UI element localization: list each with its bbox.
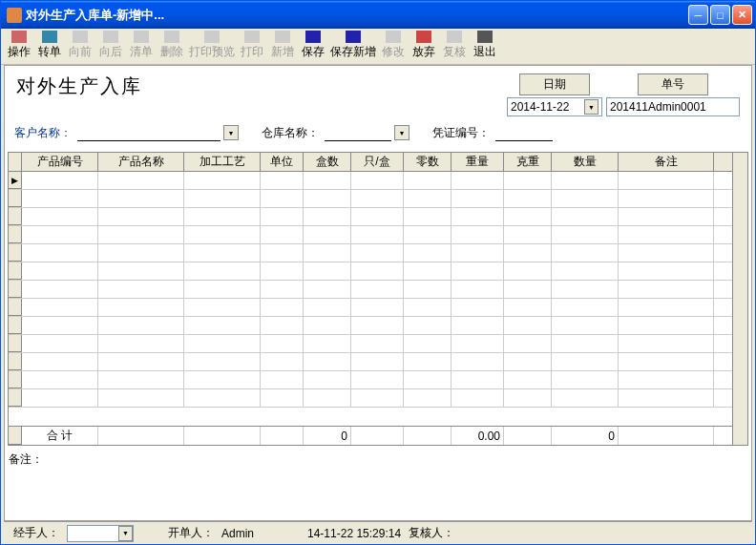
cell[interactable]: [351, 371, 404, 388]
cell[interactable]: [504, 190, 552, 207]
cell[interactable]: [504, 335, 552, 352]
cell[interactable]: [619, 335, 714, 352]
cell[interactable]: [619, 172, 714, 189]
cell[interactable]: [304, 389, 351, 407]
cell[interactable]: [452, 389, 504, 407]
cell[interactable]: [404, 299, 452, 316]
cell[interactable]: [184, 226, 261, 243]
cell[interactable]: [98, 172, 184, 189]
cell[interactable]: [504, 353, 552, 370]
cell[interactable]: [184, 389, 261, 407]
close-button[interactable]: ✕: [732, 5, 752, 25]
cell[interactable]: [404, 226, 452, 243]
column-header[interactable]: 克重: [504, 153, 552, 171]
cell[interactable]: [619, 208, 714, 225]
cell[interactable]: [22, 317, 98, 334]
cell[interactable]: [504, 299, 552, 316]
cell[interactable]: [184, 371, 261, 388]
cell[interactable]: [504, 244, 552, 262]
cell[interactable]: [404, 281, 452, 298]
cell[interactable]: [504, 389, 552, 407]
cell[interactable]: [98, 335, 184, 352]
table-row[interactable]: [9, 190, 732, 208]
cell[interactable]: [552, 244, 619, 262]
cell[interactable]: [619, 244, 714, 262]
cell[interactable]: [184, 281, 261, 298]
cell[interactable]: [304, 353, 351, 370]
cell[interactable]: [351, 299, 404, 316]
cell[interactable]: [261, 262, 304, 280]
cell[interactable]: [504, 281, 552, 298]
cell[interactable]: [452, 226, 504, 243]
cell[interactable]: [504, 226, 552, 243]
cell[interactable]: [304, 317, 351, 334]
table-row[interactable]: [9, 226, 732, 244]
cell[interactable]: [98, 244, 184, 262]
cell[interactable]: [452, 190, 504, 207]
cell[interactable]: [98, 226, 184, 243]
cell[interactable]: [552, 208, 619, 225]
cell[interactable]: [22, 190, 98, 207]
customer-input[interactable]: [77, 124, 220, 141]
cell[interactable]: [552, 353, 619, 370]
cell[interactable]: [351, 353, 404, 370]
cell[interactable]: [98, 353, 184, 370]
cell[interactable]: [504, 208, 552, 225]
maximize-button[interactable]: □: [710, 5, 730, 25]
cell[interactable]: [404, 190, 452, 207]
cell[interactable]: [619, 353, 714, 370]
vertical-scrollbar[interactable]: [732, 153, 747, 445]
toolbar-operate-button[interactable]: 操作: [5, 31, 33, 62]
cell[interactable]: [22, 244, 98, 262]
table-row[interactable]: [9, 281, 732, 299]
column-header[interactable]: 加工工艺: [184, 153, 261, 171]
cell[interactable]: [351, 335, 404, 352]
cell[interactable]: [261, 389, 304, 407]
cell[interactable]: [404, 335, 452, 352]
cell[interactable]: [351, 208, 404, 225]
cell[interactable]: [22, 262, 98, 280]
cell[interactable]: [351, 172, 404, 189]
column-header[interactable]: 单位: [261, 153, 304, 171]
table-row[interactable]: [9, 244, 732, 262]
cell[interactable]: [619, 371, 714, 388]
cell[interactable]: [504, 371, 552, 388]
cell[interactable]: [98, 299, 184, 316]
cell[interactable]: [504, 317, 552, 334]
cell[interactable]: [261, 317, 304, 334]
cell[interactable]: [98, 281, 184, 298]
cell[interactable]: [552, 281, 619, 298]
cell[interactable]: [22, 281, 98, 298]
cell[interactable]: [304, 208, 351, 225]
cell[interactable]: [619, 262, 714, 280]
cell[interactable]: [404, 172, 452, 189]
cell[interactable]: [452, 317, 504, 334]
cell[interactable]: [98, 389, 184, 407]
cell[interactable]: [184, 172, 261, 189]
customer-dropdown-icon[interactable]: ▼: [223, 125, 239, 140]
cell[interactable]: [184, 244, 261, 262]
cell[interactable]: [98, 262, 184, 280]
column-header[interactable]: 只/盒: [351, 153, 404, 171]
cell[interactable]: [452, 335, 504, 352]
cell[interactable]: [261, 208, 304, 225]
toolbar-exit-button[interactable]: 退出: [471, 31, 499, 62]
date-dropdown-icon[interactable]: ▼: [584, 99, 598, 115]
cell[interactable]: [184, 353, 261, 370]
cell[interactable]: [184, 262, 261, 280]
cell[interactable]: [22, 371, 98, 388]
cell[interactable]: [184, 299, 261, 316]
cell[interactable]: [452, 281, 504, 298]
cell[interactable]: [552, 226, 619, 243]
cell[interactable]: [552, 335, 619, 352]
cell[interactable]: [619, 226, 714, 243]
column-header[interactable]: 备注: [619, 153, 714, 171]
warehouse-dropdown-icon[interactable]: ▼: [394, 125, 410, 140]
cell[interactable]: [452, 371, 504, 388]
cell[interactable]: [184, 335, 261, 352]
cell[interactable]: [304, 226, 351, 243]
cell[interactable]: [351, 262, 404, 280]
cell[interactable]: [351, 226, 404, 243]
cell[interactable]: [98, 190, 184, 207]
cell[interactable]: [619, 281, 714, 298]
